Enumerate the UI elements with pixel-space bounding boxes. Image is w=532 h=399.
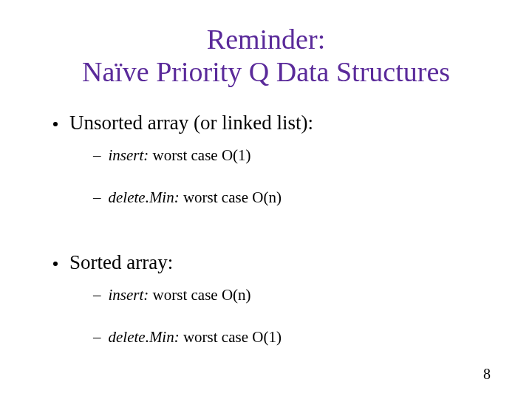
op-rest: worst case O(1): [180, 328, 282, 346]
op-name: insert:: [109, 146, 149, 164]
subbullet-insert-on: – insert: worst case O(n): [93, 286, 495, 304]
bullet-dot-icon: [53, 262, 58, 266]
title-line-2: Naïve Priority Q Data Structures: [82, 56, 450, 87]
slide-title: Reminder: Naïve Priority Q Data Structur…: [37, 24, 495, 88]
subbullet-text: insert: worst case O(1): [109, 146, 251, 165]
op-rest: worst case O(n): [149, 286, 250, 304]
subbullet-deletemin-on: – delete.Min: worst case O(n): [93, 188, 495, 207]
op-name: delete.Min:: [109, 188, 180, 206]
dash-icon: –: [93, 146, 101, 165]
dash-icon: –: [93, 328, 101, 347]
bullet-dot-icon: [53, 122, 58, 126]
subbullet-text: insert: worst case O(n): [109, 286, 251, 304]
op-name: insert:: [109, 286, 149, 304]
spacer: [37, 231, 495, 251]
title-line-1: Reminder:: [207, 24, 325, 55]
op-name: delete.Min:: [109, 328, 180, 346]
dash-icon: –: [93, 286, 101, 304]
page-number: 8: [483, 366, 491, 383]
bullet-label: Unsorted array (or linked list):: [69, 112, 313, 134]
bullet-label: Sorted array:: [69, 251, 173, 274]
bullet-unsorted-array: Unsorted array (or linked list):: [53, 112, 495, 134]
subbullet-text: delete.Min: worst case O(n): [109, 188, 282, 207]
bullet-sorted-array: Sorted array:: [53, 251, 495, 274]
subbullet-text: delete.Min: worst case O(1): [109, 328, 282, 347]
dash-icon: –: [93, 188, 101, 207]
op-rest: worst case O(n): [180, 188, 282, 206]
subbullet-deletemin-o1: – delete.Min: worst case O(1): [93, 328, 495, 347]
op-rest: worst case O(1): [149, 146, 250, 164]
subbullet-insert-o1: – insert: worst case O(1): [93, 146, 495, 165]
slide: Reminder: Naïve Priority Q Data Structur…: [0, 0, 532, 399]
